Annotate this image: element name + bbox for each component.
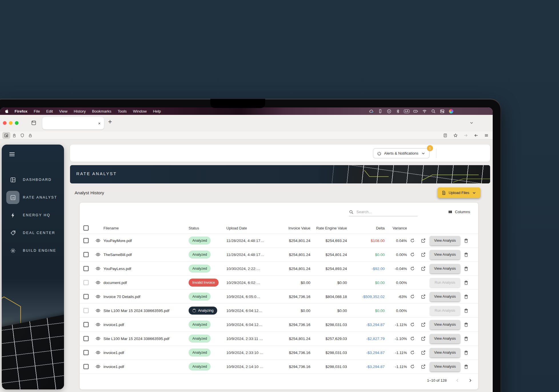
shield-icon[interactable]	[18, 132, 26, 139]
rerun-analysis-icon[interactable]	[408, 264, 417, 273]
new-tab-button[interactable]: +	[108, 118, 112, 126]
view-analysis-button[interactable]: View Analysis	[430, 362, 460, 371]
sidebar-item-build-engine[interactable]: BUILD ENGINE	[2, 242, 64, 259]
delete-trash-icon[interactable]	[462, 250, 470, 259]
delete-trash-icon[interactable]	[462, 236, 470, 245]
preview-eye-icon[interactable]	[94, 292, 102, 301]
play-circle-icon[interactable]	[386, 109, 392, 114]
row-checkbox[interactable]	[83, 322, 89, 327]
menu-firefox[interactable]: Firefox	[11, 109, 31, 113]
menu-history[interactable]: History	[71, 109, 89, 113]
preview-eye-icon[interactable]	[94, 250, 102, 259]
rerun-analysis-icon[interactable]	[408, 320, 417, 329]
row-checkbox[interactable]	[83, 238, 89, 243]
rerun-analysis-icon[interactable]	[408, 250, 417, 259]
row-checkbox[interactable]	[83, 280, 89, 285]
open-external-icon[interactable]	[419, 292, 428, 301]
rerun-analysis-icon[interactable]	[408, 348, 417, 357]
extension-icon[interactable]	[10, 132, 18, 139]
select-all-checkbox[interactable]	[83, 225, 89, 231]
view-analysis-button[interactable]: View Analysis	[430, 348, 460, 357]
display-icon[interactable]	[377, 109, 384, 114]
forward-icon[interactable]	[462, 132, 470, 139]
tab-close-icon[interactable]: ×	[98, 121, 101, 125]
view-analysis-button[interactable]: View Analysis	[430, 334, 460, 343]
close-window-button[interactable]	[3, 121, 7, 125]
creative-cloud-icon[interactable]	[368, 109, 375, 114]
row-checkbox[interactable]	[83, 294, 89, 299]
menu-file[interactable]: File	[31, 109, 43, 113]
control-center-icon[interactable]	[439, 109, 446, 114]
menu-edit[interactable]: Edit	[43, 109, 56, 113]
back-icon[interactable]	[472, 132, 480, 139]
search-icon[interactable]	[430, 109, 437, 114]
view-analysis-button[interactable]: View Analysis	[430, 320, 460, 329]
bluetooth-icon[interactable]	[394, 109, 401, 114]
upload-files-button[interactable]: Upload Files	[438, 187, 480, 198]
menu-hamburger-icon[interactable]	[482, 132, 490, 139]
preview-eye-icon[interactable]	[94, 278, 102, 287]
open-external-icon[interactable]	[419, 334, 428, 343]
sidebar-item-rate-analyst[interactable]: RATE ANALYST	[2, 189, 64, 206]
sidebar-item-deal-center[interactable]: DEAL CENTER	[2, 224, 64, 242]
row-checkbox[interactable]	[83, 336, 89, 341]
preview-eye-icon[interactable]	[94, 236, 102, 245]
screenshot-tool-icon[interactable]	[2, 132, 10, 139]
la-badge-icon[interactable]: LA	[403, 109, 410, 114]
menu-bookmarks[interactable]: Bookmarks	[89, 109, 115, 113]
zoom-window-button[interactable]	[15, 121, 19, 125]
row-checkbox[interactable]	[83, 252, 89, 257]
menu-tools[interactable]: Tools	[115, 109, 130, 113]
preview-eye-icon[interactable]	[94, 320, 102, 329]
rerun-analysis-icon[interactable]	[408, 362, 417, 371]
bookmark-star-icon[interactable]	[452, 132, 460, 139]
preview-eye-icon[interactable]	[94, 348, 102, 357]
minimize-window-button[interactable]	[9, 121, 13, 125]
rerun-analysis-icon[interactable]	[408, 292, 417, 301]
rerun-analysis-icon[interactable]	[408, 236, 417, 245]
wifi-icon[interactable]	[421, 109, 428, 114]
preview-eye-icon[interactable]	[94, 334, 102, 343]
view-analysis-button[interactable]: View Analysis	[430, 264, 460, 273]
view-analysis-button[interactable]: View Analysis	[430, 292, 460, 301]
delete-trash-icon[interactable]	[462, 292, 470, 301]
sidebar-item-energy-hq[interactable]: ENERGY HQ	[2, 206, 64, 224]
sidebar-menu-icon[interactable]	[9, 151, 15, 158]
delete-trash-icon[interactable]	[462, 320, 470, 329]
view-analysis-button[interactable]: View Analysis	[430, 236, 460, 245]
open-external-icon[interactable]	[419, 348, 428, 357]
delete-trash-icon[interactable]	[462, 264, 470, 273]
reader-view-icon[interactable]	[441, 132, 449, 139]
open-external-icon[interactable]	[419, 264, 428, 273]
run-analysis-button[interactable]: Run Analysis	[430, 306, 460, 315]
run-analysis-button[interactable]: Run Analysis	[430, 278, 460, 287]
open-external-icon[interactable]	[419, 320, 428, 329]
row-checkbox[interactable]	[83, 308, 89, 313]
delete-trash-icon[interactable]	[462, 362, 470, 371]
view-analysis-button[interactable]: View Analysis	[430, 250, 460, 259]
delete-trash-icon[interactable]	[462, 278, 470, 287]
row-checkbox[interactable]	[83, 266, 89, 271]
delete-trash-icon[interactable]	[462, 306, 470, 315]
alerts-notifications-button[interactable]: Alerts & Notifications	[373, 148, 430, 158]
row-checkbox[interactable]	[83, 364, 89, 369]
tab-overview-icon[interactable]	[31, 120, 37, 127]
battery-icon[interactable]	[412, 109, 419, 114]
rerun-analysis-icon[interactable]	[408, 334, 417, 343]
open-external-icon[interactable]	[419, 250, 428, 259]
open-external-icon[interactable]	[419, 236, 428, 245]
menu-help[interactable]: Help	[150, 109, 164, 113]
apple-menu-icon[interactable]	[4, 109, 11, 113]
lock-icon[interactable]	[26, 132, 34, 139]
preview-eye-icon[interactable]	[94, 362, 102, 371]
delete-trash-icon[interactable]	[462, 348, 470, 357]
list-tabs-chevron-icon[interactable]	[469, 121, 474, 126]
menu-view[interactable]: View	[56, 109, 71, 113]
delete-trash-icon[interactable]	[462, 334, 470, 343]
row-checkbox[interactable]	[83, 350, 89, 355]
browser-tab[interactable]: ×	[42, 117, 104, 129]
next-page-icon[interactable]	[468, 378, 472, 383]
siri-icon[interactable]	[448, 109, 454, 114]
sidebar-item-dashboard[interactable]: DASHBOARD	[2, 171, 64, 189]
previous-page-icon[interactable]	[455, 378, 460, 383]
